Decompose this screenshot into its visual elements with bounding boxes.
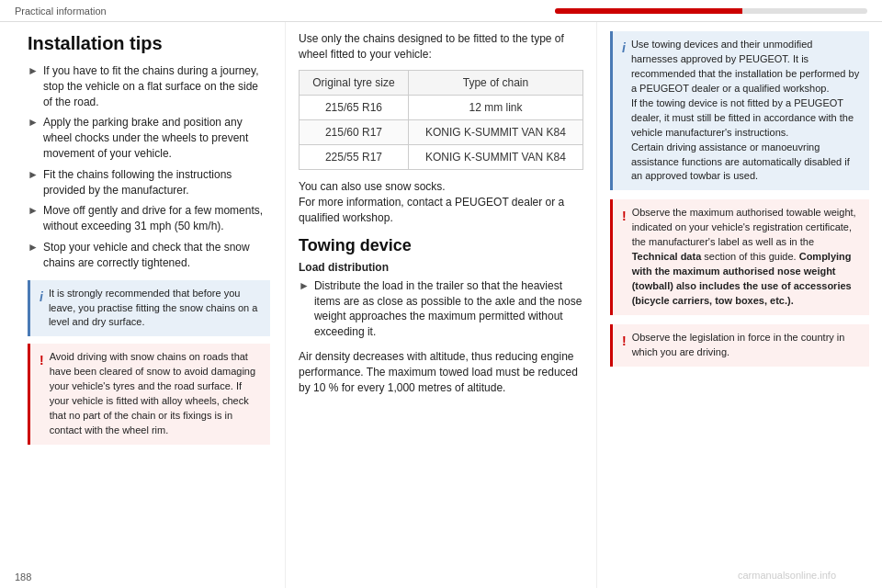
left-column: Installation tips ►If you have to fit th… bbox=[0, 22, 285, 588]
bullet-text: If you have to fit the chains during a j… bbox=[43, 63, 270, 109]
table-cell: KONIG K-SUMMIT VAN K84 bbox=[408, 119, 582, 144]
warn-box-right-1: ! Observe the maximum authorised towable… bbox=[610, 199, 869, 315]
air-density-text: Air density decreases with altitude, thu… bbox=[299, 349, 583, 395]
table-cell: 12 mm link bbox=[408, 95, 582, 119]
bullet-arrow: ► bbox=[28, 240, 39, 255]
warn-icon-right-1: ! bbox=[622, 207, 627, 225]
bullet-item: ►Apply the parking brake and position an… bbox=[28, 115, 270, 161]
bullet-item: ►Stop your vehicle and check that the sn… bbox=[28, 240, 270, 271]
warn-box-left: ! Avoid driving with snow chains on road… bbox=[28, 344, 270, 445]
header-title: Practical information bbox=[15, 6, 555, 17]
bullet-arrow: ► bbox=[28, 63, 39, 79]
table-row: 215/60 R17KONIG K-SUMMIT VAN K84 bbox=[300, 119, 583, 144]
warn-box-right-2: ! Observe the legislation in force in th… bbox=[610, 324, 869, 367]
bullet-text: Stop your vehicle and check that the sno… bbox=[43, 240, 270, 271]
table-cell: 225/55 R17 bbox=[300, 144, 409, 169]
bullet-arrow: ► bbox=[28, 115, 39, 130]
bullet-list: ►If you have to fit the chains during a … bbox=[28, 63, 270, 271]
watermark: carmanualsonline.info bbox=[738, 570, 836, 581]
page-number: 188 bbox=[15, 571, 31, 582]
progress-fill bbox=[555, 8, 742, 14]
header-bar: Practical information bbox=[0, 0, 882, 22]
info-box-left-text: It is strongly recommended that before y… bbox=[49, 287, 261, 331]
main-layout: Installation tips ►If you have to fit th… bbox=[0, 22, 882, 588]
right-column: i Use towing devices and their unmodifie… bbox=[597, 22, 882, 588]
center-column: Use only the chains designed to be fitte… bbox=[285, 22, 597, 588]
bullet-arrow: ► bbox=[28, 203, 39, 219]
section-title: Installation tips bbox=[28, 33, 270, 54]
warn-text-1-bold: Technical data bbox=[632, 251, 702, 262]
load-subtitle: Load distribution bbox=[299, 261, 583, 274]
bullet-item: ►Fit the chains following the instructio… bbox=[28, 167, 270, 198]
warn-icon-right-2: ! bbox=[622, 332, 627, 350]
info-icon: i bbox=[40, 288, 43, 306]
table-cell: 215/60 R17 bbox=[300, 119, 409, 144]
info-box-right-text: Use towing devices and their unmodified … bbox=[631, 38, 860, 184]
warn-box-left-text: Avoid driving with snow chains on roads … bbox=[50, 350, 261, 438]
warn-text-1a: Observe the maximum authorised towable w… bbox=[632, 207, 856, 247]
warn-box-right-2-text: Observe the legislation in force in the … bbox=[632, 331, 860, 360]
info-box-right: i Use towing devices and their unmodifie… bbox=[610, 31, 869, 190]
bullet-item: ►If you have to fit the chains during a … bbox=[28, 63, 270, 109]
table-cell: KONIG K-SUMMIT VAN K84 bbox=[408, 144, 582, 169]
bullet-item: ►Move off gently and drive for a few mom… bbox=[28, 203, 270, 234]
bullet-arrow: ► bbox=[28, 167, 39, 183]
table-cell: 215/65 R16 bbox=[300, 95, 409, 119]
bullet-text: Move off gently and drive for a few mome… bbox=[43, 203, 270, 234]
info-icon-right: i bbox=[622, 39, 626, 57]
table-row: 215/65 R1612 mm link bbox=[300, 95, 583, 119]
bullet-text: Apply the parking brake and position any… bbox=[43, 115, 270, 161]
warn-icon-left: ! bbox=[40, 351, 44, 369]
load-bullet-item: ►Distribute the load in the trailer so t… bbox=[299, 278, 583, 340]
warn-box-right-1-content: Observe the maximum authorised towable w… bbox=[632, 206, 860, 309]
bullet-arrow: ► bbox=[299, 278, 310, 294]
intro-text: Use only the chains designed to be fitte… bbox=[299, 31, 583, 62]
info-box-left: i It is strongly recommended that before… bbox=[28, 280, 270, 337]
after-table-text: You can also use snow socks. For more in… bbox=[299, 179, 583, 227]
bullet-text: Distribute the load in the trailer so th… bbox=[314, 278, 583, 340]
warn-text-1b: section of this guide. bbox=[701, 251, 798, 262]
col-header-tyre: Original tyre size bbox=[300, 70, 409, 95]
progress-bar bbox=[555, 8, 867, 14]
chain-table: Original tyre size Type of chain 215/65 … bbox=[299, 70, 583, 170]
load-bullet-list: ►Distribute the load in the trailer so t… bbox=[299, 278, 583, 340]
towing-title: Towing device bbox=[299, 236, 583, 255]
table-row: 225/55 R17KONIG K-SUMMIT VAN K84 bbox=[300, 144, 583, 169]
col-header-chain: Type of chain bbox=[408, 70, 582, 95]
bullet-text: Fit the chains following the instruction… bbox=[43, 167, 270, 198]
